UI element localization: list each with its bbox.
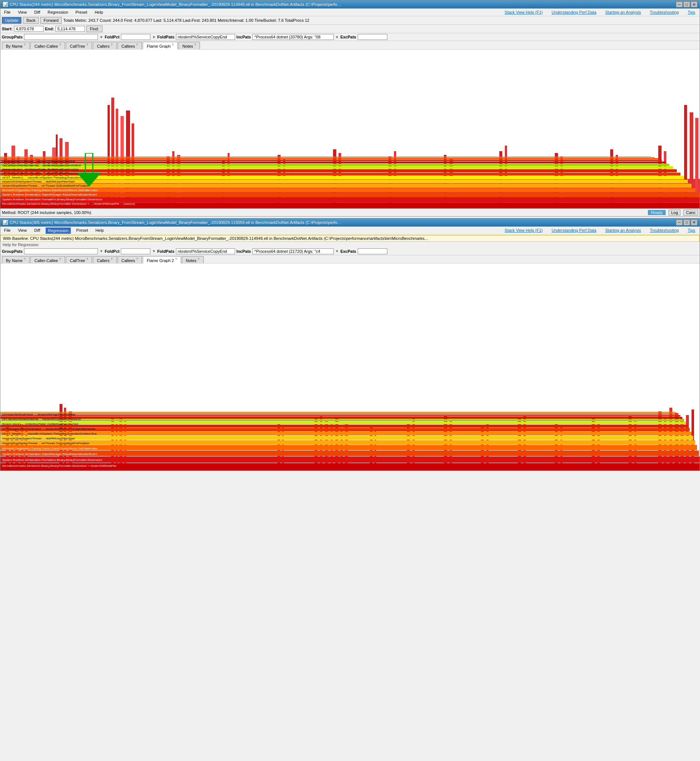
end-input-1[interactable] <box>55 26 85 32</box>
tab-callercallee-2[interactable]: Caller-Callee ? <box>30 256 65 264</box>
info-bar-2: With Baseline: CPU Stacks(244 metric) Mi… <box>0 235 700 242</box>
menu-help-1[interactable]: Help <box>92 9 105 15</box>
foldpats-input-2[interactable] <box>176 248 235 254</box>
menu-view-1[interactable]: View <box>16 9 29 15</box>
svg-rect-131 <box>0 417 682 419</box>
maximize-btn-1[interactable]: □ <box>683 2 690 8</box>
foldpct-input-1[interactable] <box>121 34 150 40</box>
tab-calltree-2[interactable]: CallTree ? <box>66 256 92 264</box>
ready-status-1: Ready <box>648 210 666 215</box>
menu-diff-1[interactable]: Diff <box>32 9 42 15</box>
tab-callees-2[interactable]: Callees ? <box>117 256 142 264</box>
menu-preset-2[interactable]: Preset <box>74 227 90 234</box>
back-btn-1[interactable]: Back <box>23 17 38 23</box>
title-bar-2: 📊 CPU Stacks(305 metric) MicroBenchmarks… <box>0 219 700 227</box>
menu-regression-2[interactable]: Regression <box>45 227 71 234</box>
incpats-input-1[interactable] <box>252 34 334 40</box>
forward-btn-1[interactable]: Forward <box>40 17 62 23</box>
link-analysis-2[interactable]: Starting an Analysis <box>602 227 644 234</box>
link-analysis-1[interactable]: Starting an Analysis <box>602 9 644 15</box>
excpats-label-2: ExcPats <box>341 249 356 253</box>
menu-help-2[interactable]: Help <box>93 227 106 234</box>
grouppats-bar-1: GroupPats ▼ FoldPct ▼ FoldPats IncPats ▼… <box>0 33 700 41</box>
menu-file-2[interactable]: File <box>2 227 13 234</box>
tab-notes-1[interactable]: Notes ? <box>178 42 200 49</box>
tab-byname-1[interactable]: By Name ? <box>2 42 30 49</box>
title-bar-controls-2: ─ □ ✕ <box>676 220 697 225</box>
link-perfdata-1[interactable]: Understanding Perf Data <box>548 9 599 15</box>
grouppats-label-1: GroupPats <box>2 35 23 39</box>
incpats-label-1: IncPats <box>236 35 251 39</box>
foldpct-label-2: FoldPct <box>105 249 119 253</box>
svg-marker-74 <box>78 173 100 186</box>
menu-diff-2[interactable]: Diff <box>32 227 42 234</box>
maximize-btn-2[interactable]: □ <box>683 220 690 225</box>
svg-rect-132 <box>0 415 680 417</box>
svg-text:Broken stacks ... clr!MethodTa: Broken stacks ... clr!MethodTable::GetMe… <box>2 422 79 426</box>
svg-rect-125 <box>0 436 693 440</box>
grouppats-input-1[interactable] <box>24 34 98 40</box>
incpats-input-2[interactable] <box>252 248 334 254</box>
tab-callers-1[interactable]: Callers ? <box>93 42 116 49</box>
flame-graph-canvas-1[interactable]: MicroBenchmarks.Serializers.Binary.Binar… <box>0 50 700 208</box>
svg-rect-129 <box>0 422 686 424</box>
svg-text:System.Runtime.Serialization.O: System.Runtime.Serialization.ObjectManag… <box>2 193 97 196</box>
tab-callercallee-1[interactable]: Caller-Callee ? <box>30 42 65 49</box>
minimize-btn-1[interactable]: ─ <box>676 2 683 8</box>
cancel-btn-1[interactable]: Canc <box>683 209 698 216</box>
link-troubleshooting-2[interactable]: Troubleshooting <box>647 227 681 234</box>
svg-text:System.Runtime.Serialization.O: System.Runtime.Serialization.ObjectManag… <box>2 452 97 456</box>
log-btn-1[interactable]: Log <box>669 209 680 216</box>
link-stackview-2[interactable]: Stack View Help (F1) <box>502 227 545 234</box>
menu-regression-1[interactable]: Regression <box>45 9 70 15</box>
update-btn-1[interactable]: Update <box>2 17 22 23</box>
info-text-2: With Baseline: CPU Stacks(244 metric) Mi… <box>3 236 428 241</box>
menu-file-1[interactable]: File <box>2 9 13 15</box>
help-text-2: Help for Regression <box>3 242 38 247</box>
svg-rect-127 <box>0 428 690 431</box>
svg-rect-126 <box>0 432 692 435</box>
start-input-1[interactable] <box>14 26 44 32</box>
svg-text:ntoskrnl!ExpWorkerThread ... c: ntoskrnl!ExpWorkerThread ... clr!Thread:… <box>2 442 90 445</box>
foldpats-label-1: FoldPats <box>157 35 174 39</box>
find-btn-1[interactable]: Find: <box>86 25 102 32</box>
svg-text:System.Runtime.Serialization.F: System.Runtime.Serialization.Formatters.… <box>2 458 102 462</box>
tab-byname-2[interactable]: By Name ? <box>2 256 30 264</box>
link-tips-1[interactable]: Tips <box>685 9 698 15</box>
start-label-1: Start: <box>2 27 12 31</box>
tab-flamegraph-1[interactable]: Flame Graph ? <box>143 42 177 50</box>
flame-graph-svg-2: MicroBenchmarks.Serializers.Binary.Binar… <box>0 264 700 470</box>
link-tips-2[interactable]: Tips <box>685 227 698 234</box>
flame-graph-canvas-2[interactable]: MicroBenchmarks.Serializers.Binary.Binar… <box>0 264 700 470</box>
link-perfdata-2[interactable]: Understanding Perf Data <box>548 227 599 234</box>
tab-callers-2[interactable]: Callers ? <box>93 256 116 264</box>
close-btn-2[interactable]: ✕ <box>691 220 697 225</box>
svg-text:MicroBenchmarks.Serializers.Bi: MicroBenchmarks.Serializers.Binary.Binar… <box>2 464 116 467</box>
svg-text:clr!JIT_NewArr1 ... mscorlib.n: clr!JIT_NewArr1 ... mscorlib.ni!System.T… <box>2 432 97 435</box>
menu-preset-1[interactable]: Preset <box>73 9 89 15</box>
svg-rect-134 <box>0 413 677 413</box>
tab-flamegraph2-2[interactable]: Flame Graph 2 ? <box>143 256 181 264</box>
excpats-input-1[interactable] <box>358 34 388 40</box>
link-stackview-1[interactable]: Stack View Help (F1) <box>502 9 545 15</box>
grouppats-input-2[interactable] <box>24 248 98 254</box>
tab-calltree-1[interactable]: CallTree ? <box>66 42 92 49</box>
svg-rect-135 <box>0 412 675 412</box>
minimize-btn-2[interactable]: ─ <box>676 220 683 225</box>
foldpct-input-2[interactable] <box>121 248 150 254</box>
foldpats-input-1[interactable] <box>176 34 235 40</box>
menu-view-2[interactable]: View <box>16 227 29 234</box>
svg-rect-130 <box>0 419 684 421</box>
excpats-input-2[interactable] <box>358 248 388 254</box>
close-btn-1[interactable]: ✕ <box>691 2 697 8</box>
tabs-1: By Name ? Caller-Callee ? CallTree ? Cal… <box>0 41 700 50</box>
svg-text:ntoskrnl!KiStartSystemThread .: ntoskrnl!KiStartSystemThread ... ntdll!R… <box>2 437 75 440</box>
link-troubleshooting-1[interactable]: Troubleshooting <box>647 9 681 15</box>
menu-bar-2: File View Diff Regression Preset Help St… <box>0 227 700 235</box>
svg-text:Microsoft.Diagnostics.Tracing.: Microsoft.Diagnostics.Tracing.Stacks.Sta… <box>2 447 98 450</box>
window-1: 📊 CPU Stacks(244 metric) MicroBenchmarks… <box>0 0 700 217</box>
tab-notes-2[interactable]: Notes ? <box>182 256 204 264</box>
help-bar-2: Help for Regression <box>0 242 700 248</box>
tab-callees-1[interactable]: Callees ? <box>117 42 142 49</box>
svg-rect-47 <box>0 197 700 203</box>
